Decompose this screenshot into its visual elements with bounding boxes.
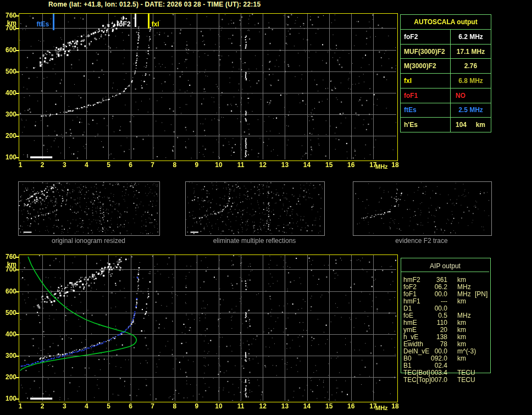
autoscala-row-label: ftEs (401, 103, 451, 118)
autoscala-row-label: foF1 (401, 88, 451, 103)
aip-row-unit: km (457, 355, 466, 362)
top-plot-ytick-100: 100 (0, 153, 16, 161)
autoscala-output-table: AUTOSCALA outputfoF26.2 MHzMUF(3000)F217… (400, 14, 491, 132)
thumbnail-no-multiples-canvas (186, 182, 323, 234)
aip-row-hmF1: hmF1---km (401, 298, 495, 305)
bottom-ionogram-canvas (19, 255, 396, 401)
top-plot-ytick-300: 300 (0, 110, 16, 118)
top-plot-xtick-16: 16 (347, 161, 354, 169)
bottom-plot-xtick-17: 17 (369, 402, 376, 410)
thumbnail-f2-trace (353, 181, 492, 236)
aip-row-D1: D100.0 (401, 305, 495, 312)
autoscala-row-foF1: foF1NO (401, 88, 491, 103)
aip-row-DelN_vE: DelN_vE00.0m^(-3) (401, 348, 495, 355)
top-plot-xtick-4: 4 (85, 161, 88, 169)
autoscala-row-value: 6.2 MHz (451, 30, 491, 44)
top-plot-xtick-18: 18 (391, 161, 398, 169)
autoscala-row-M(3000)F2: M(3000)F22.76 (401, 59, 491, 74)
top-plot-xunit-label: MHz (375, 163, 388, 170)
thumbnail-no-multiples (185, 181, 325, 236)
top-plot-xtick-11: 11 (237, 161, 245, 169)
autoscala-row-label: h'Es (401, 118, 451, 132)
bottom-plot-ytick-600: 600 (0, 287, 16, 295)
top-plot-xtick-14: 14 (303, 161, 311, 169)
top-plot-xtick-17: 17 (369, 161, 376, 169)
aip-table-header: AIP output (401, 262, 489, 270)
bottom-plot-xtick-2: 2 (41, 402, 45, 410)
bottom-plot-ytick-500: 500 (0, 309, 16, 317)
bottom-plot-xunit-label: MHz (375, 405, 388, 411)
aip-output-table: AIP output hmF2361kmfoF206.2MHzfoF100.0M… (401, 258, 491, 373)
bottom-ionogram-plot (19, 254, 398, 402)
aip-row-unit: km (457, 298, 466, 305)
bottom-plot-xtick-9: 9 (195, 402, 199, 410)
autoscala-row-label: foF2 (401, 30, 451, 44)
autoscala-app-window: { "window": { "title": "Rome (lat: +41.8… (0, 0, 532, 415)
bottom-plot-xtick-13: 13 (281, 402, 289, 410)
top-plot-xtick-3: 3 (63, 161, 66, 169)
bottom-plot-ytick-300: 300 (0, 352, 16, 359)
autoscala-row-MUF(3000)F2: MUF(3000)F217.1 MHz (401, 45, 491, 59)
top-plot-xtick-12: 12 (259, 161, 267, 169)
autoscala-row-value: 104 km (451, 118, 491, 132)
autoscala-row-label: fxI (401, 74, 451, 88)
top-ionogram-canvas (19, 14, 396, 159)
aip-row-B0: B0092.0km (401, 355, 495, 362)
top-plot-xtick-1: 1 (19, 161, 23, 169)
autoscala-row-value: 2.5 MHz (451, 103, 491, 118)
top-ionogram-plot (19, 13, 398, 161)
aip-row-extra: [PN] (475, 291, 487, 298)
bottom-plot-xtick-16: 16 (347, 402, 354, 410)
bottom-plot-ytick-100: 100 (0, 395, 16, 402)
autoscala-row-label: MUF(3000)F2 (401, 45, 451, 59)
top-plot-xtick-9: 9 (195, 161, 199, 169)
top-plot-ytick-500: 500 (0, 68, 16, 75)
top-plot-ytick-200: 200 (0, 132, 16, 140)
top-plot-xtick-6: 6 (129, 161, 132, 169)
bottom-plot-ytick-700: 700 (0, 265, 16, 273)
bottom-plot-xtick-1: 1 (19, 402, 23, 410)
bottom-plot-xtick-4: 4 (85, 402, 88, 410)
autoscala-row-label: M(3000)F2 (401, 59, 451, 73)
autoscala-row-value: 6.8 MHz (451, 74, 491, 88)
top-plot-xtick-13: 13 (281, 161, 289, 169)
autoscala-table-title: AUTOSCALA output (401, 15, 491, 30)
top-plot-ytick-760: 760 (0, 12, 16, 19)
top-plot-xtick-8: 8 (173, 161, 176, 169)
bottom-plot-ytick-760: 760 (0, 253, 16, 261)
autoscala-row-fxI: fxI6.8 MHz (401, 74, 491, 88)
aip-header-divider (401, 272, 489, 272)
autoscala-row-value: 2.76 (451, 59, 491, 73)
bottom-plot-xtick-7: 7 (151, 402, 154, 410)
autoscala-row-foF2: foF26.2 MHz (401, 30, 491, 45)
top-plot-xtick-5: 5 (107, 161, 110, 169)
bottom-plot-xtick-18: 18 (391, 402, 398, 410)
aip-table-rows: hmF2361kmfoF206.2MHzfoF100.0MHz[PN]hmF1-… (401, 276, 495, 384)
thumbnail-caption-no-multiples: eliminate multiple reflections (213, 237, 296, 245)
bottom-plot-xtick-5: 5 (107, 402, 110, 410)
bottom-plot-xtick-6: 6 (129, 402, 132, 410)
top-plot-xtick-2: 2 (41, 161, 45, 169)
aip-row-unit: TECU (457, 377, 475, 384)
bottom-plot-xtick-8: 8 (173, 402, 176, 410)
top-plot-xtick-10: 10 (215, 161, 222, 169)
thumbnail-caption-f2-trace: evidence F2 trace (395, 237, 447, 245)
bottom-plot-ytick-400: 400 (0, 330, 16, 338)
bottom-plot-xtick-12: 12 (259, 402, 267, 410)
thumbnail-caption-original: original ionogram resized (52, 237, 125, 245)
top-plot-yunit-label: km (0, 19, 16, 27)
bottom-plot-ytick-200: 200 (0, 373, 16, 381)
autoscala-row-h'Es: h'Es104 km (401, 118, 491, 132)
autoscala-row-value: NO (451, 88, 491, 103)
bottom-plot-xtick-11: 11 (237, 402, 245, 410)
top-plot-ytick-700: 700 (0, 24, 16, 32)
bottom-plot-xtick-15: 15 (325, 402, 332, 410)
bottom-plot-yunit-label: km (0, 261, 16, 268)
page-title: Rome (lat: +41.8, lon: 012.5) - DATE: 20… (48, 1, 261, 8)
aip-row-TEC[Top]: TEC[Top]007.0TECU (401, 377, 495, 384)
thumbnail-original-canvas (19, 182, 158, 234)
top-plot-ytick-600: 600 (0, 46, 16, 54)
thumbnail-f2-trace-canvas (353, 182, 490, 234)
top-plot-xtick-7: 7 (151, 161, 154, 169)
thumbnail-original-ionogram (18, 181, 160, 236)
